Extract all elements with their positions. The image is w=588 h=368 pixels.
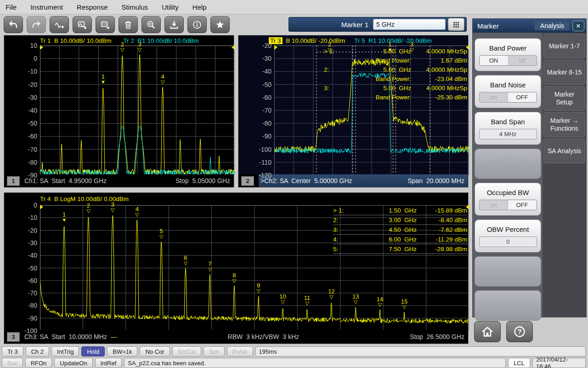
ref-level-arrow-left [40, 205, 43, 209]
marker-cell: -25.30 dBm [411, 94, 467, 101]
side-panel-title: Marker [477, 22, 535, 30]
menu-help[interactable]: Help [192, 3, 207, 11]
favorites-button[interactable] [210, 16, 230, 33]
trace3-label: B 10.00dB/ -20.0dBm [284, 37, 345, 44]
close-icon[interactable]: ✕ [572, 21, 584, 31]
y-axis-tick: -80 [239, 120, 271, 127]
toggle-off[interactable]: OFF [508, 92, 537, 102]
tab-sa-analysis[interactable]: SA Analysis [543, 138, 585, 163]
marker-triangle-filled: ▼ [62, 218, 67, 222]
marker-cell: > 1: [324, 48, 345, 55]
home-button[interactable] [474, 321, 501, 342]
y-axis-tick: -20 [5, 81, 37, 88]
status-message-field: SA_p22.csa has been saved. [124, 358, 506, 368]
zoom-button[interactable] [141, 16, 161, 33]
marker-cell: 2: [333, 217, 355, 224]
menu-utility[interactable]: Utility [162, 3, 179, 11]
menu-stimulus[interactable]: Stimulus [122, 3, 148, 11]
softkey-band-noise[interactable]: Band NoiseonOFF [475, 75, 541, 108]
add-window-button[interactable] [73, 16, 92, 33]
tab-marker-setup[interactable]: Marker Setup [543, 86, 585, 111]
status-no-cor[interactable]: No Cor [140, 346, 170, 356]
svg-text:Ch: Ch [102, 22, 107, 26]
marker-entry-bar: Marker 1 5 GHz [288, 17, 467, 32]
status-pulse[interactable]: Pulse [227, 346, 253, 356]
toggle-on[interactable]: on [480, 92, 508, 102]
trace4-label: Tr 4 B LogM 10.00dB/ 0.00dBm [40, 196, 129, 202]
lcl-button[interactable]: LCL [508, 358, 530, 368]
y-axis-tick: -90 [239, 132, 271, 140]
status-tr-3[interactable]: Tr 3 [2, 346, 23, 356]
toggle-on[interactable]: on [480, 200, 508, 210]
marker-cell: -7.62 dBm [417, 226, 467, 233]
y-axis-tick: -90 [5, 315, 37, 322]
help-button[interactable]: ? [506, 321, 533, 342]
status-svc[interactable]: Svc [2, 358, 23, 368]
softkey-tab-column: Marker 1-7Marker 8-15Marker SetupMarker … [543, 33, 586, 317]
menu-instrument[interactable]: Instrument [30, 3, 63, 11]
softkey-value[interactable]: 0 [479, 236, 537, 247]
toggle-on[interactable]: ON [480, 56, 508, 65]
softkey-toggle[interactable]: onOFF [479, 200, 537, 210]
softkey-obw-percent[interactable]: OBW Percent0 [475, 219, 541, 253]
softkey-band-span[interactable]: Band Span4 MHz [475, 112, 541, 145]
marker-9: 9▽ [256, 283, 260, 293]
status-intref[interactable]: IntRef [95, 358, 122, 368]
y-axis-tick: -20 [239, 42, 271, 49]
status-srccal[interactable]: SrcCal [172, 346, 201, 356]
menu-response[interactable]: Response [77, 3, 108, 11]
softkey-value[interactable]: 4 MHz [479, 129, 537, 139]
marker-4: 4▽ [161, 74, 164, 84]
softkey-toggle[interactable]: ONoff [479, 55, 537, 66]
marker-11: 11▽ [304, 295, 311, 305]
status-bw-1k[interactable]: BW=1k [107, 346, 137, 356]
redo-button[interactable] [27, 16, 46, 33]
plot2-span: Span 20.0000 MHz [407, 177, 468, 184]
info-button[interactable] [187, 16, 207, 33]
marker-5: 5▽ [159, 229, 163, 239]
delete-button[interactable] [119, 16, 138, 33]
marker-cell: 4.0000 MHzSp [411, 66, 467, 73]
marker-triangle: ▽ [232, 278, 236, 283]
y-axis-tick: -70 [239, 107, 271, 114]
spectrum-plot-1: Tr 1 B 10.00dB/ 10.0dBm Tr 2 R1 10.00dB/… [4, 35, 234, 188]
save-button[interactable] [164, 16, 184, 33]
softkey-occupied-bw[interactable]: Occupied BWonOFF [475, 183, 541, 216]
tab-marker-functions[interactable]: Marker → Functions [543, 112, 585, 137]
save-icon [169, 20, 179, 30]
marker-cell: 4.50 GHz [355, 226, 417, 233]
status-inttrig[interactable]: IntTrig [51, 346, 79, 356]
menu-bar: FileInstrumentResponseStimulusUtilityHel… [0, 0, 588, 14]
sweep-time-field: 195ms [255, 346, 586, 356]
marker-triangle: ▽ [279, 299, 286, 304]
analysis-tab[interactable]: Analysis [535, 21, 570, 30]
marker-cell: 5: [333, 246, 355, 253]
plot3-header: Tr 4 B LogM 10.00dB/ 0.00dBm [4, 193, 468, 205]
menu-file[interactable]: File [6, 3, 17, 11]
marker-value-input[interactable]: 5 GHz [373, 19, 446, 30]
status-sim[interactable]: Sim [204, 346, 225, 356]
keypad-button[interactable] [448, 18, 464, 31]
marker-cell: 3: [333, 226, 355, 233]
spectrum-plot-3: Tr 4 B LogM 10.00dB/ 0.00dBm > 1:1.50 GH… [4, 192, 469, 344]
spectrum-plot-2: Tr 3 B 10.00dB/ -20.0dBm Tr 5 R1 10.00dB… [238, 35, 469, 188]
softkey-band-power[interactable]: Band PowerONoff [475, 38, 541, 71]
toggle-off[interactable]: OFF [508, 200, 537, 210]
status-hold[interactable]: Hold [81, 346, 105, 356]
undo-button[interactable] [4, 16, 23, 33]
softkey-empty [475, 256, 541, 287]
marker-cell: -8.40 dBm [417, 217, 467, 224]
status-rfon[interactable]: RFOn [25, 358, 52, 368]
toggle-off[interactable]: off [508, 56, 537, 65]
datetime-field: 2017/04/12-16:46 [532, 358, 586, 368]
tab-marker-1-7[interactable]: Marker 1-7 [543, 34, 585, 58]
marker-cell: -28.98 dBm [417, 246, 467, 253]
status-ch-2[interactable]: Ch 2 [26, 346, 49, 356]
status-updateon[interactable]: UpdateOn [54, 358, 92, 368]
add-trace-button[interactable] [50, 16, 69, 33]
add-channel-button[interactable]: Ch [96, 16, 115, 33]
softkey-toggle[interactable]: onOFF [479, 92, 537, 103]
y-axis-tick: -20 [5, 227, 37, 234]
tab-marker-8-15[interactable]: Marker 8-15 [543, 60, 585, 85]
marker-cell: -23.04 dBm [411, 75, 467, 82]
